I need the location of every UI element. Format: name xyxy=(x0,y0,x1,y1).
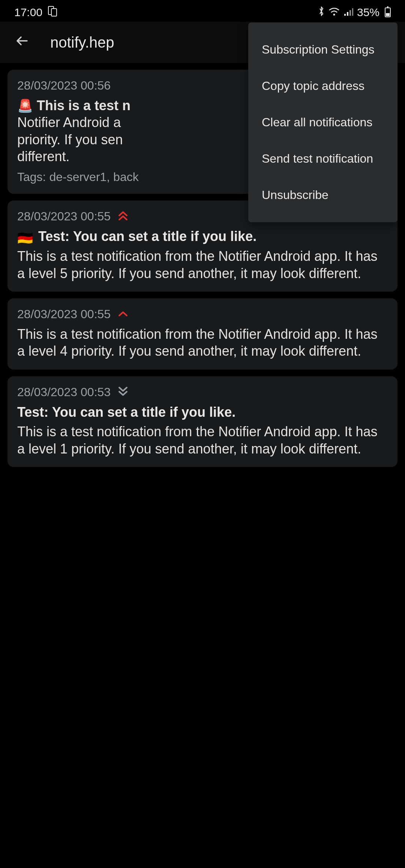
status-right: 35% xyxy=(318,6,391,19)
menu-item-clear-all-notifications[interactable]: Clear all notifications xyxy=(248,104,398,141)
battery-percent: 35% xyxy=(357,6,380,19)
svg-rect-6 xyxy=(352,8,353,16)
priority-low-icon xyxy=(118,386,128,398)
notification-title: Test: You can set a title if you like. xyxy=(38,228,256,245)
notification-date: 28/03/2023 00:55 xyxy=(17,210,111,223)
svg-rect-3 xyxy=(344,14,346,16)
menu-item-copy-topic-address[interactable]: Copy topic address xyxy=(248,68,398,104)
priority-high-single-icon xyxy=(118,309,128,319)
notification-title: Test: You can set a title if you like. xyxy=(17,404,388,421)
status-left: 17:00 xyxy=(14,6,57,19)
menu-item-unsubscribe[interactable]: Unsubscribe xyxy=(248,177,398,213)
menu-item-send-test-notification[interactable]: Send test notification xyxy=(248,141,398,177)
bluetooth-icon xyxy=(318,6,325,19)
menu-item-subscription-settings[interactable]: Subscription Settings xyxy=(248,31,398,68)
battery-icon xyxy=(385,7,391,17)
back-arrow-icon[interactable] xyxy=(15,33,30,52)
notification-date: 28/03/2023 00:53 xyxy=(17,385,111,399)
notification-card[interactable]: 28/03/2023 00:55 This is a test notifica… xyxy=(8,298,398,370)
signal-icon xyxy=(344,6,353,19)
notification-body: This is a test notification from the Not… xyxy=(17,423,388,457)
priority-high-double-icon xyxy=(118,210,128,223)
notification-date: 28/03/2023 00:56 xyxy=(17,79,111,93)
status-bar: 17:00 xyxy=(0,3,405,22)
wifi-icon xyxy=(328,6,340,19)
flag-de-emoji-icon: 🇩🇪 xyxy=(17,230,33,245)
svg-rect-4 xyxy=(347,12,348,16)
svg-rect-5 xyxy=(350,10,351,16)
svg-point-2 xyxy=(333,14,335,16)
svg-rect-1 xyxy=(51,9,57,16)
options-menu: Subscription Settings Copy topic address… xyxy=(248,22,398,222)
notification-body: This is a test notification from the Not… xyxy=(17,248,388,282)
notification-body: This is a test notification from the Not… xyxy=(17,326,388,360)
siren-emoji-icon: 🚨 xyxy=(17,99,33,113)
device-icon xyxy=(48,6,57,19)
notification-date: 28/03/2023 00:55 xyxy=(17,307,111,321)
notification-card[interactable]: 28/03/2023 00:53 Test: You can set a tit… xyxy=(8,376,398,467)
page-title: notify.hep xyxy=(50,34,114,51)
status-time: 17:00 xyxy=(14,6,42,19)
